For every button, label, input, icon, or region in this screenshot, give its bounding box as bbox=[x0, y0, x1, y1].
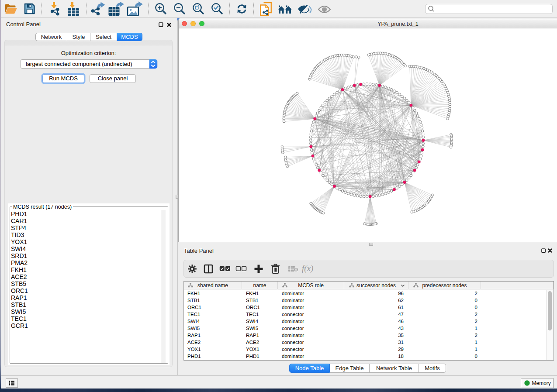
svg-text:Memory: Memory bbox=[532, 380, 551, 386]
